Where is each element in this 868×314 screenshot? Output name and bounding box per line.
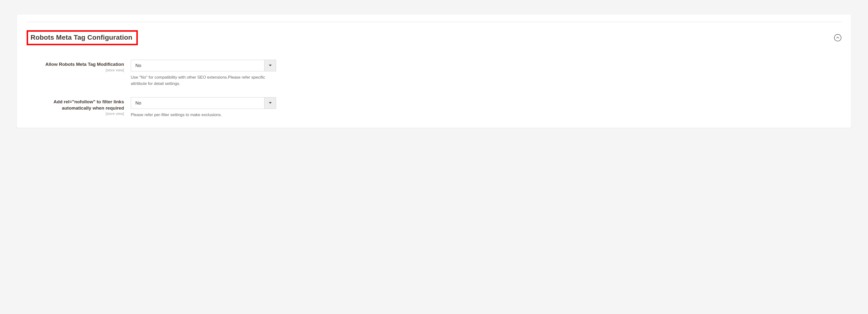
field-control-column: No Use "No" for compatibility with other… <box>131 60 276 86</box>
nofollow-select[interactable]: No <box>131 97 276 109</box>
section-header: Robots Meta Tag Configuration <box>27 30 841 45</box>
field-scope: [store view] <box>27 68 124 72</box>
select-value: No <box>131 98 264 109</box>
field-label-column: Add rel="nofollow" to filter links autom… <box>27 97 131 116</box>
field-hint: Please refer per-filter settings to make… <box>131 112 276 118</box>
field-label: Add rel="nofollow" to filter links autom… <box>27 99 124 111</box>
chevron-down-icon <box>269 102 272 104</box>
field-allow-robots-modification: Allow Robots Meta Tag Modification [stor… <box>27 60 841 86</box>
config-panel: Robots Meta Tag Configuration Allow Robo… <box>17 14 851 128</box>
field-label-column: Allow Robots Meta Tag Modification [stor… <box>27 60 131 72</box>
chevron-up-icon <box>836 37 839 39</box>
allow-robots-select[interactable]: No <box>131 60 276 71</box>
field-control-column: No Please refer per-filter settings to m… <box>131 97 276 118</box>
dropdown-arrow <box>264 98 276 109</box>
select-value: No <box>131 60 264 71</box>
section-title-highlight: Robots Meta Tag Configuration <box>27 30 138 45</box>
chevron-down-icon <box>269 65 272 67</box>
field-label: Allow Robots Meta Tag Modification <box>27 61 124 68</box>
field-hint: Use "No" for compatibility with other SE… <box>131 74 276 86</box>
dropdown-arrow <box>264 60 276 71</box>
collapse-toggle[interactable] <box>834 34 841 41</box>
field-nofollow-links: Add rel="nofollow" to filter links autom… <box>27 97 841 118</box>
field-scope: [store view] <box>27 111 124 116</box>
section-title: Robots Meta Tag Configuration <box>31 34 132 41</box>
